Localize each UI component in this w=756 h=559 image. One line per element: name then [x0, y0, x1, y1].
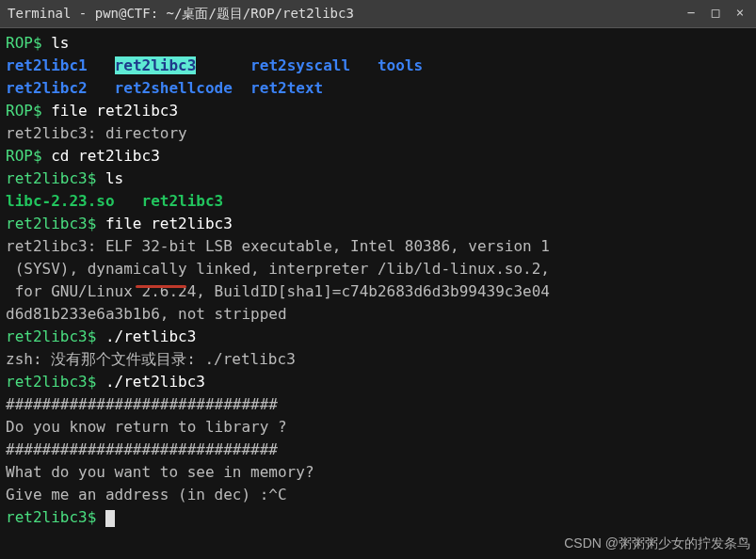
prompt: ret2libc3$: [6, 327, 105, 345]
terminal-line: (SYSV), dynamically linked, interpreter …: [6, 258, 750, 280]
dir-entry: tools: [378, 56, 423, 74]
dir-entry: ret2syscall: [250, 56, 350, 74]
terminal-line: ##############################: [6, 439, 750, 461]
terminal-line: What do you want to see in memory?: [6, 461, 750, 484]
cursor-icon: [105, 510, 115, 527]
terminal-line: ret2libc3: directory: [6, 122, 750, 145]
terminal-line: ROP$ file ret2libc3: [6, 100, 750, 122]
dir-entry: ret2libc2: [6, 79, 88, 97]
terminal-line: libc-2.23.so ret2libc3: [6, 190, 750, 213]
prompt: ROP$: [6, 102, 51, 120]
prompt: ROP$: [6, 147, 51, 165]
terminal-line: ROP$ cd ret2libc3: [6, 145, 750, 168]
terminal-line: ret2libc3$ ./retlibc3: [6, 326, 750, 348]
terminal-window: Terminal - pwn@CTF: ~/桌面/题目/ROP/ret2libc…: [0, 0, 756, 559]
terminal-line: ##############################: [6, 393, 750, 416]
terminal-line: Give me an address (in dec) :^C: [6, 484, 750, 506]
command: ./ret2libc3: [105, 373, 205, 391]
terminal-line: for GNU/Linux 2.6.24, BuildID[sha1]=c74b…: [6, 280, 750, 303]
prompt: ret2libc3$: [6, 215, 105, 232]
command: ls: [105, 169, 123, 187]
prompt: ROP$: [6, 34, 51, 52]
file-entry: ret2libc3: [142, 192, 224, 210]
window-controls: − □ ×: [684, 6, 747, 19]
terminal-line: ret2libc3: ELF 32-bit LSB executable, In…: [6, 235, 750, 258]
command: cd ret2libc3: [51, 147, 160, 165]
terminal-content[interactable]: ROP$ ls ret2libc1 ret2libc3 ret2syscall …: [0, 28, 756, 559]
titlebar: Terminal - pwn@CTF: ~/桌面/题目/ROP/ret2libc…: [0, 0, 756, 28]
terminal-line: ret2libc3$ ./ret2libc3: [6, 371, 750, 393]
terminal-line: Do you know return to library ?: [6, 416, 750, 439]
terminal-line: ret2libc2 ret2shellcode ret2text: [6, 77, 750, 100]
file-entry: libc-2.23.so: [6, 192, 115, 210]
dir-entry: ret2libc1: [6, 56, 88, 74]
prompt: ret2libc3$: [6, 508, 105, 526]
prompt: ret2libc3$: [6, 169, 105, 187]
dir-entry: ret2shellcode: [115, 79, 233, 97]
terminal-line: ROP$ ls: [6, 32, 750, 55]
command: file ret2libc3: [51, 102, 178, 120]
terminal-line: ret2libc3$ ls: [6, 168, 750, 190]
dir-entry-highlighted: ret2libc3: [115, 56, 197, 74]
dir-entry: ret2text: [250, 79, 323, 97]
watermark: CSDN @粥粥粥少女的拧发条鸟: [564, 534, 750, 553]
command: ls: [51, 34, 69, 52]
terminal-line: d6d81b233e6a3b1b6, not stripped: [6, 303, 750, 326]
window-title: Terminal - pwn@CTF: ~/桌面/题目/ROP/ret2libc…: [8, 4, 748, 24]
annotation-underline: [136, 285, 186, 288]
close-button[interactable]: ×: [733, 6, 747, 19]
command: ./retlibc3: [105, 327, 196, 345]
terminal-line: ret2libc1 ret2libc3 ret2syscall tools: [6, 55, 750, 77]
command: file ret2libc3: [105, 215, 233, 232]
minimize-button[interactable]: −: [684, 6, 698, 19]
terminal-line: ret2libc3$: [6, 506, 750, 529]
prompt: ret2libc3$: [6, 373, 105, 391]
terminal-line: ret2libc3$ file ret2libc3: [6, 213, 750, 235]
terminal-line: zsh: 没有那个文件或目录: ./retlibc3: [6, 348, 750, 371]
maximize-button[interactable]: □: [709, 6, 722, 19]
